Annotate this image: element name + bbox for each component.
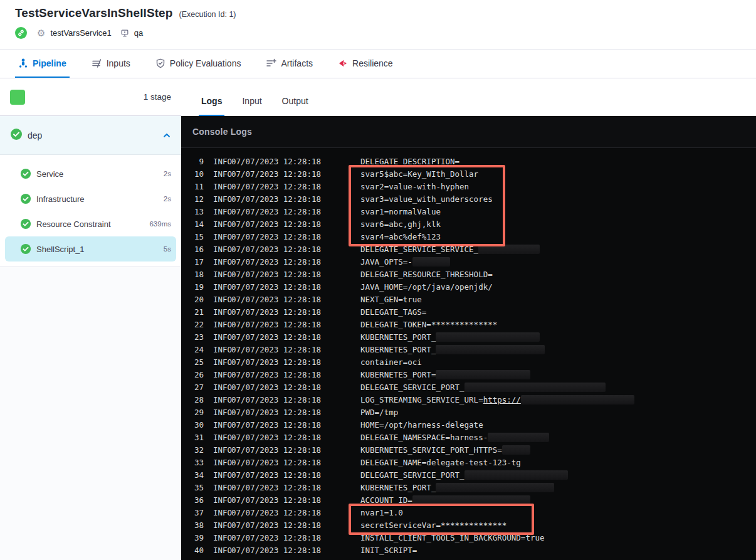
console-title: Console Logs bbox=[192, 127, 252, 137]
log-tab-output[interactable]: Output bbox=[280, 96, 311, 116]
log-line: 18INFO07/07/2023 12:28:18DELEGATE_RESOUR… bbox=[181, 268, 756, 281]
log-timestamp: 07/07/2023 12:28:18 bbox=[231, 394, 325, 406]
log-line: 19INFO07/07/2023 12:28:18JAVA_HOME=/opt/… bbox=[181, 281, 756, 293]
log-timestamp: 07/07/2023 12:28:18 bbox=[231, 268, 325, 281]
log-timestamp: 07/07/2023 12:28:18 bbox=[231, 293, 325, 306]
log-line-number: 40 bbox=[181, 544, 204, 557]
log-level: INFO bbox=[204, 268, 231, 281]
log-level: INFO bbox=[204, 457, 231, 469]
log-message: DELEGATE_SERVICE_PORT_ bbox=[360, 381, 756, 394]
log-timestamp: 07/07/2023 12:28:18 bbox=[231, 419, 325, 431]
log-line: 31INFO07/07/2023 12:28:18DELEGATE_NAMESP… bbox=[181, 431, 756, 444]
log-timestamp: 07/07/2023 12:28:18 bbox=[231, 218, 325, 231]
log-line-number: 12 bbox=[181, 193, 204, 206]
log-line: 34INFO07/07/2023 12:28:18DELEGATE_SERVIC… bbox=[181, 469, 756, 482]
step-row-resource-constraint[interactable]: Resource Constraint639ms bbox=[5, 211, 176, 236]
log-timestamp: 07/07/2023 12:28:18 bbox=[231, 406, 325, 419]
tab-artifacts[interactable]: Artifacts bbox=[263, 50, 316, 78]
log-timestamp: 07/07/2023 12:28:18 bbox=[231, 369, 325, 381]
log-line: 13INFO07/07/2023 12:28:18svar1=normalVal… bbox=[181, 206, 756, 218]
log-level: INFO bbox=[204, 431, 231, 444]
log-timestamp: 07/07/2023 12:28:18 bbox=[231, 256, 325, 268]
tab-label: Pipeline bbox=[33, 58, 66, 68]
stage-group-dep[interactable]: dep bbox=[0, 116, 181, 155]
log-message: KUBERNETES_PORT_ bbox=[360, 344, 756, 356]
check-circle-icon bbox=[20, 218, 31, 230]
log-message: svar4=abc%def%123 bbox=[360, 231, 756, 243]
redacted-value bbox=[521, 395, 634, 404]
tab-label: Artifacts bbox=[281, 58, 313, 68]
log-line-number: 13 bbox=[181, 206, 204, 218]
log-message: svar6=abc,ghj,klk bbox=[360, 218, 756, 231]
step-row-infrastructure[interactable]: Infrastructure2s bbox=[5, 186, 176, 211]
log-timestamp: 07/07/2023 12:28:18 bbox=[231, 444, 325, 457]
inputs-icon bbox=[92, 58, 102, 68]
log-timestamp: 07/07/2023 12:28:18 bbox=[231, 193, 325, 206]
log-line-number: 21 bbox=[181, 306, 204, 319]
log-timestamp: 07/07/2023 12:28:18 bbox=[231, 457, 325, 469]
log-tab-input[interactable]: Input bbox=[239, 96, 264, 116]
log-level: INFO bbox=[204, 394, 231, 406]
log-level: INFO bbox=[204, 281, 231, 293]
log-message: DELEGATE_TAGS= bbox=[360, 306, 756, 319]
log-line: 22INFO07/07/2023 12:28:18DELEGATE_TOKEN=… bbox=[181, 319, 756, 331]
stage-status-square[interactable] bbox=[10, 90, 25, 105]
log-level: INFO bbox=[204, 218, 231, 231]
log-timestamp: 07/07/2023 12:28:18 bbox=[231, 319, 325, 331]
step-row-shellscript_1[interactable]: ShellScript_15s bbox=[5, 236, 176, 262]
log-level: INFO bbox=[204, 381, 231, 394]
execution-id: (Execution Id: 1) bbox=[179, 10, 236, 19]
page-title: TestServiceVarsInShellStep bbox=[15, 6, 172, 20]
redacted-value bbox=[488, 433, 549, 442]
log-level: INFO bbox=[204, 469, 231, 482]
log-line-number: 23 bbox=[181, 331, 204, 344]
log-timestamp: 07/07/2023 12:28:18 bbox=[231, 507, 325, 519]
log-line-number: 20 bbox=[181, 293, 204, 306]
log-line: 14INFO07/07/2023 12:28:18svar6=abc,ghj,k… bbox=[181, 218, 756, 231]
check-circle-icon bbox=[20, 193, 31, 204]
log-line-number: 11 bbox=[181, 181, 204, 193]
check-circle-icon bbox=[20, 243, 31, 255]
tab-policy-evaluations[interactable]: Policy Evaluations bbox=[152, 50, 244, 78]
log-timestamp: 07/07/2023 12:28:18 bbox=[231, 469, 325, 482]
log-line: 29INFO07/07/2023 12:28:18PWD=/tmp bbox=[181, 406, 756, 419]
service-name[interactable]: testVarsService1 bbox=[50, 28, 111, 38]
log-timestamp: 07/07/2023 12:28:18 bbox=[231, 206, 325, 218]
environment-name[interactable]: qa bbox=[134, 28, 143, 38]
chevron-up-icon[interactable] bbox=[162, 131, 171, 140]
console-panel: Console Logs 9INFO07/07/2023 12:28:18DEL… bbox=[181, 116, 756, 560]
log-timestamp: 07/07/2023 12:28:18 bbox=[231, 156, 325, 168]
log-line-number: 34 bbox=[181, 469, 204, 482]
step-duration: 2s bbox=[164, 195, 171, 203]
log-message: PWD=/tmp bbox=[360, 406, 756, 419]
redacted-value bbox=[412, 495, 530, 505]
redacted-value bbox=[502, 445, 530, 455]
pipeline-icon bbox=[18, 58, 28, 68]
gear-icon: ⚙ bbox=[37, 28, 45, 39]
step-name: Service bbox=[36, 169, 63, 179]
log-line-number: 9 bbox=[181, 156, 204, 168]
redacted-value bbox=[436, 332, 540, 342]
tab-resilience[interactable]: Resilience bbox=[335, 50, 396, 78]
console-body[interactable]: 9INFO07/07/2023 12:28:18DELEGATE_DESCRIP… bbox=[181, 148, 756, 560]
log-tab-logs[interactable]: Logs bbox=[199, 96, 224, 116]
log-line: 23INFO07/07/2023 12:28:18KUBERNETES_PORT… bbox=[181, 331, 756, 344]
log-line-number: 26 bbox=[181, 369, 204, 381]
deployment-icon bbox=[15, 27, 27, 39]
log-line-number: 17 bbox=[181, 256, 204, 268]
log-link[interactable]: https:// bbox=[483, 395, 521, 404]
log-line-number: 36 bbox=[181, 494, 204, 507]
tab-inputs[interactable]: Inputs bbox=[88, 50, 134, 78]
step-row-service[interactable]: Service2s bbox=[5, 161, 176, 186]
log-level: INFO bbox=[204, 331, 231, 344]
redacted-value bbox=[478, 245, 540, 254]
log-message: DELEGATE_SERVICE_PORT_ bbox=[360, 469, 756, 482]
log-line: 32INFO07/07/2023 12:28:18KUBERNETES_SERV… bbox=[181, 444, 756, 457]
log-message: DELEGATE_RESOURCE_THRESHOLD= bbox=[360, 268, 756, 281]
log-level: INFO bbox=[204, 532, 231, 544]
log-lines: 9INFO07/07/2023 12:28:18DELEGATE_DESCRIP… bbox=[181, 148, 756, 557]
tab-pipeline[interactable]: Pipeline bbox=[15, 50, 70, 78]
log-message: svar5$abc=Key_WIth_Dollar bbox=[360, 168, 756, 181]
log-line-number: 24 bbox=[181, 344, 204, 356]
log-timestamp: 07/07/2023 12:28:18 bbox=[231, 532, 325, 544]
